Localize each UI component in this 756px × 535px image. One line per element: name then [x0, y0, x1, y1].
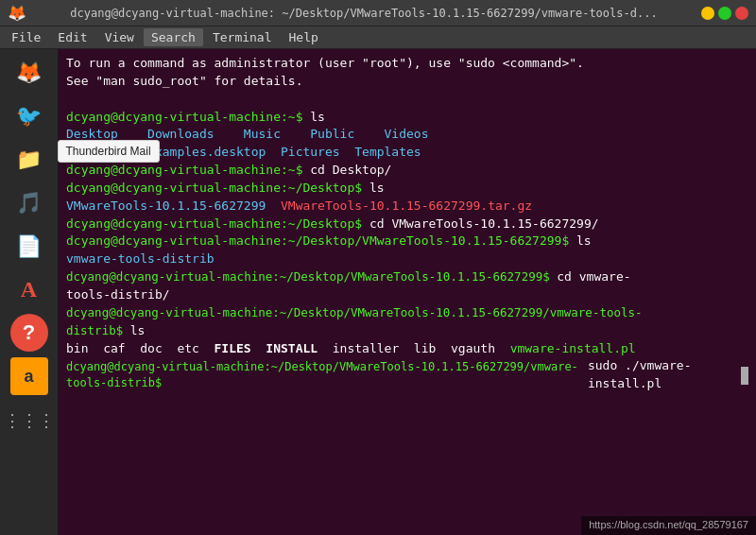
- terminal-line-10: dcyang@dcyang-virtual-machine:~/Desktop/…: [66, 233, 748, 250]
- menu-file[interactable]: File: [4, 28, 48, 46]
- sidebar: 🦊 🐦 Thunderbird Mail 📁 🎵 📄 A ? a ⋮⋮⋮: [0, 49, 59, 535]
- terminal-input-line[interactable]: dcyang@dcyang-virtual-machine:~/Desktop/…: [66, 357, 748, 393]
- terminal-line-16: bin caf doc etc FILES INSTALL installer …: [66, 340, 748, 358]
- sidebar-firefox[interactable]: 🦊: [10, 53, 48, 91]
- thunderbird-tooltip: Thunderbird Mail: [58, 140, 160, 163]
- terminal-line-8: VMwareTools-10.1.15-6627299 VMwareTools-…: [66, 198, 748, 216]
- menu-help[interactable]: Help: [282, 28, 326, 46]
- sidebar-rhythmbox[interactable]: 🎵: [10, 183, 48, 221]
- minimize-button[interactable]: [701, 7, 714, 20]
- terminal-line-1: To run a command as administrator (user …: [66, 55, 748, 73]
- menu-search[interactable]: Search: [144, 28, 203, 46]
- terminal-line-12: dcyang@dcyang-virtual-machine:~/Desktop/…: [66, 268, 748, 286]
- terminal[interactable]: To run a command as administrator (user …: [59, 49, 756, 535]
- terminal-input-cmd: sudo ./vmware-install.pl: [588, 357, 740, 393]
- menu-terminal[interactable]: Terminal: [205, 28, 280, 46]
- terminal-line-3: dcyang@dcyang-virtual-machine:~$ ls: [66, 109, 748, 127]
- cursor-block: [741, 367, 748, 385]
- status-bar: https://blog.csdn.net/qq_28579167: [581, 516, 756, 535]
- terminal-line-5: Documents examples.desktop Pictures Temp…: [66, 144, 748, 162]
- menu-view[interactable]: View: [97, 28, 142, 46]
- terminal-line-7: dcyang@dcyang-virtual-machine:~/Desktop$…: [66, 180, 748, 198]
- terminal-line-9: dcyang@dcyang-virtual-machine:~/Desktop$…: [66, 216, 748, 233]
- menu-bar: File Edit View Search Terminal Help: [0, 26, 756, 49]
- menu-edit[interactable]: Edit: [50, 28, 94, 46]
- terminal-line-2: See "man sudo_root" for details.: [66, 73, 748, 91]
- sidebar-apps[interactable]: ⋮⋮⋮: [10, 401, 48, 439]
- window-title: dcyang@dcyang-virtual-machine: ~/Desktop…: [26, 7, 701, 20]
- sidebar-thunderbird[interactable]: 🐦 Thunderbird Mail: [10, 96, 48, 134]
- window-controls[interactable]: [701, 7, 748, 20]
- terminal-line-14: dcyang@dcyang-virtual-machine:~/Desktop/…: [66, 304, 748, 322]
- terminal-line-6: dcyang@dcyang-virtual-machine:~$ cd Desk…: [66, 162, 748, 180]
- maximize-button[interactable]: [718, 7, 731, 20]
- main-area: 🦊 🐦 Thunderbird Mail 📁 🎵 📄 A ? a ⋮⋮⋮ To …: [0, 49, 756, 535]
- sidebar-document[interactable]: 📄: [10, 227, 48, 265]
- status-url: https://blog.csdn.net/qq_28579167: [589, 519, 748, 530]
- sidebar-files[interactable]: 📁: [10, 140, 48, 178]
- terminal-line-11: vmware-tools-distrib: [66, 250, 748, 268]
- close-button[interactable]: [735, 7, 748, 20]
- sidebar-amazon[interactable]: a: [10, 357, 48, 395]
- firefox-title-icon: 🦊: [8, 4, 26, 23]
- title-bar: 🦊 dcyang@dcyang-virtual-machine: ~/Deskt…: [0, 0, 756, 26]
- terminal-line-13: tools-distrib/: [66, 286, 748, 304]
- terminal-input-prompt: dcyang@dcyang-virtual-machine:~/Desktop/…: [66, 359, 588, 392]
- terminal-line-15: distrib$ ls: [66, 322, 748, 340]
- sidebar-fontviewer[interactable]: A: [10, 270, 48, 308]
- terminal-blank-1: [66, 91, 748, 109]
- terminal-line-4: Desktop Downloads Music Public Videos: [66, 126, 748, 144]
- sidebar-help[interactable]: ?: [10, 314, 48, 352]
